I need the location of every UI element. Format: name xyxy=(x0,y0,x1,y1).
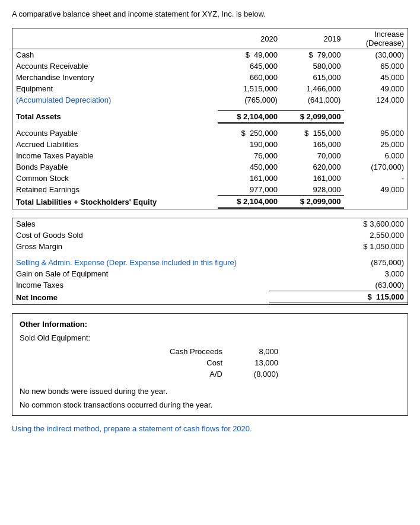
asset-accum-dep-2019: (641,000) xyxy=(281,94,345,106)
is-sales-value: $ 3,600,000 xyxy=(269,218,408,230)
table-row: Gain on Sale of Equipment 3,000 xyxy=(12,268,408,279)
table-row: Accounts Receivable 645,000 580,000 65,0… xyxy=(12,61,408,72)
asset-equipment-label: Equipment xyxy=(12,83,218,94)
balance-sheet-section: 2020 2019 Increase(Decrease) Cash $ 49,0… xyxy=(12,28,408,209)
other-info-table: Cash Proceeds 8,000 Cost 13,000 A/D (8,0… xyxy=(139,346,282,380)
asset-accum-dep-label: (Accumulated Depreciation) xyxy=(12,94,218,106)
table-row: Income Taxes Payable 76,000 70,000 6,000 xyxy=(12,150,408,161)
total-assets-change xyxy=(344,110,408,123)
asset-accum-dep-2020: (765,000) xyxy=(218,94,281,106)
spacer xyxy=(12,123,408,128)
asset-ar-2019: 580,000 xyxy=(281,61,345,72)
table-row: Sales $ 3,600,000 xyxy=(12,218,408,230)
other-info-title: Other Information: xyxy=(20,320,400,329)
liab-bonds-2019: 620,000 xyxy=(281,161,345,173)
table-row: Cash Proceeds 8,000 xyxy=(139,346,282,357)
liab-common-stock-label: Common Stock xyxy=(12,173,218,184)
is-cogs-label: Cost of Goods Sold xyxy=(12,230,269,241)
asset-inventory-2020: 660,000 xyxy=(218,72,281,83)
liab-ap-change: 95,000 xyxy=(344,128,408,139)
is-selling-admin-label: Selling & Admin. Expense (Depr. Expense … xyxy=(12,257,269,268)
header-2019: 2019 xyxy=(281,28,345,49)
asset-ar-label: Accounts Receivable xyxy=(12,61,218,72)
is-selling-admin-value: (875,000) xyxy=(269,257,408,268)
liab-ap-2019: $ 155,000 xyxy=(281,128,345,139)
is-gross-margin-label: Gross Margin xyxy=(12,241,269,252)
liab-bonds-change: (170,000) xyxy=(344,161,408,173)
is-gain-value: 3,000 xyxy=(269,268,408,279)
total-liab-change xyxy=(344,196,408,208)
is-income-tax-label: Income Taxes xyxy=(12,279,269,291)
table-row: Bonds Payable 450,000 620,000 (170,000) xyxy=(12,161,408,173)
table-row: A/D (8,000) xyxy=(139,368,282,380)
table-row: Cost of Goods Sold 2,550,000 xyxy=(12,230,408,241)
other-info-note2: No common stock transactions occurred du… xyxy=(20,400,400,409)
liab-income-tax-pay-change: 6,000 xyxy=(344,150,408,161)
total-assets-label: Total Assets xyxy=(12,110,218,123)
table-row: Selling & Admin. Expense (Depr. Expense … xyxy=(12,257,408,268)
table-row: Merchandise Inventory 660,000 615,000 45… xyxy=(12,72,408,83)
asset-cash-2020: $ 49,000 xyxy=(218,49,281,61)
is-cogs-value: 2,550,000 xyxy=(269,230,408,241)
spacer xyxy=(12,106,408,110)
income-statement-section: Sales $ 3,600,000 Cost of Goods Sold 2,5… xyxy=(12,218,408,305)
is-income-tax-value: (63,000) xyxy=(269,279,408,291)
total-assets-2019: $ 2,099,000 xyxy=(281,110,345,123)
is-gain-label: Gain on Sale of Equipment xyxy=(12,268,269,279)
liab-accrued-2020: 190,000 xyxy=(218,139,281,150)
table-row: Accrued Liabilities 190,000 165,000 25,0… xyxy=(12,139,408,150)
other-cost-label: Cost xyxy=(139,357,234,368)
asset-ar-change: 65,000 xyxy=(344,61,408,72)
liab-ap-2020: $ 250,000 xyxy=(218,128,281,139)
liab-accrued-change: 25,000 xyxy=(344,139,408,150)
liab-income-tax-pay-label: Income Taxes Payable xyxy=(12,150,218,161)
other-ad-value: (8,000) xyxy=(234,368,282,380)
asset-inventory-2019: 615,000 xyxy=(281,72,345,83)
balance-sheet-header: 2020 2019 Increase(Decrease) xyxy=(12,28,408,49)
other-info-note1: No new bonds were issued during the year… xyxy=(20,387,400,396)
other-cash-proceeds-label: Cash Proceeds xyxy=(139,346,234,357)
asset-equipment-change: 49,000 xyxy=(344,83,408,94)
asset-equipment-2020: 1,515,000 xyxy=(218,83,281,94)
liab-bonds-label: Bonds Payable xyxy=(12,161,218,173)
liab-common-stock-change: - xyxy=(344,173,408,184)
asset-cash-change: (30,000) xyxy=(344,49,408,61)
header-increase: Increase(Decrease) xyxy=(344,28,408,49)
table-row: Gross Margin $ 1,050,000 xyxy=(12,241,408,252)
footer-text: Using the indirect method, prepare a sta… xyxy=(12,424,408,433)
total-liabilities-row: Total Liabilities + Stockholders' Equity… xyxy=(12,196,408,208)
total-liab-2020: $ 2,104,000 xyxy=(218,196,281,208)
table-row: Equipment 1,515,000 1,466,000 49,000 xyxy=(12,83,408,94)
liab-accrued-label: Accrued Liabilities xyxy=(12,139,218,150)
other-info-section: Other Information: Sold Old Equipment: C… xyxy=(12,313,408,416)
other-cost-value: 13,000 xyxy=(234,357,282,368)
table-row: Cost 13,000 xyxy=(139,357,282,368)
total-assets-row: Total Assets $ 2,104,000 $ 2,099,000 xyxy=(12,110,408,123)
liab-retained-2019: 928,000 xyxy=(281,184,345,196)
liab-retained-2020: 977,000 xyxy=(218,184,281,196)
liab-common-stock-2020: 161,000 xyxy=(218,173,281,184)
asset-ar-2020: 645,000 xyxy=(218,61,281,72)
asset-inventory-label: Merchandise Inventory xyxy=(12,72,218,83)
asset-cash-2019: $ 79,000 xyxy=(281,49,345,61)
balance-sheet-table: 2020 2019 Increase(Decrease) Cash $ 49,0… xyxy=(12,28,408,209)
table-row: Net Income $ 115,000 xyxy=(12,291,408,304)
liab-ap-label: Accounts Payable xyxy=(12,128,218,139)
asset-accum-dep-change: 124,000 xyxy=(344,94,408,106)
liab-bonds-2020: 450,000 xyxy=(218,161,281,173)
liab-income-tax-pay-2020: 76,000 xyxy=(218,150,281,161)
total-assets-2020: $ 2,104,000 xyxy=(218,110,281,123)
asset-inventory-change: 45,000 xyxy=(344,72,408,83)
other-cash-proceeds-value: 8,000 xyxy=(234,346,282,357)
is-net-income-label: Net Income xyxy=(12,291,269,304)
table-row: Income Taxes (63,000) xyxy=(12,279,408,291)
liab-retained-label: Retained Earnings xyxy=(12,184,218,196)
liab-income-tax-pay-2019: 70,000 xyxy=(281,150,345,161)
total-liab-label: Total Liabilities + Stockholders' Equity xyxy=(12,196,218,208)
other-ad-label: A/D xyxy=(139,368,234,380)
liab-common-stock-2019: 161,000 xyxy=(281,173,345,184)
intro-text: A comparative balance sheet and income s… xyxy=(12,9,408,18)
header-2020: 2020 xyxy=(218,28,281,49)
spacer xyxy=(12,252,408,257)
asset-cash-label: Cash xyxy=(12,49,218,61)
